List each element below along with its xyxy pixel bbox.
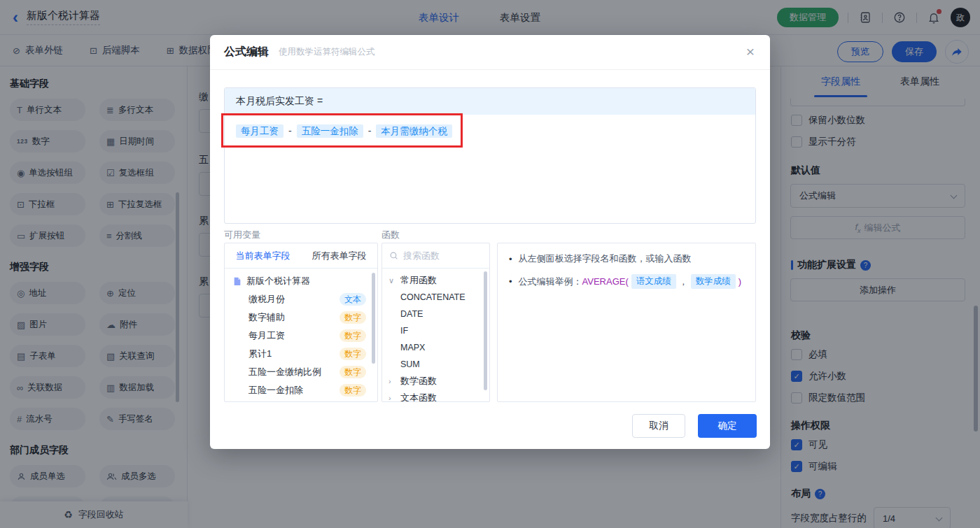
function-group-label: 数学函数 <box>400 375 437 387</box>
field-type-badge: 文本 <box>340 293 366 306</box>
confirm-button[interactable]: 确定 <box>698 414 757 438</box>
variable-field-row[interactable]: 五险一金缴纳比例数字 <box>225 363 377 381</box>
hint-function-close: ) <box>738 276 741 287</box>
variable-field-name: 每月工资 <box>248 329 285 342</box>
field-type-badge: 数字 <box>340 311 366 324</box>
variables-scrollbar[interactable] <box>372 273 375 364</box>
chevron-down-icon: ∨ <box>388 276 396 285</box>
search-icon <box>389 251 398 260</box>
formula-token-chip[interactable]: 本月需缴纳个税 <box>376 124 452 138</box>
formula-operator: - <box>288 125 292 136</box>
chevron-right-icon: › <box>388 377 396 385</box>
variable-field-row[interactable]: 五险一金扣除数字 <box>225 381 377 399</box>
variable-field-name: 五险一金缴纳比例 <box>248 366 321 378</box>
hint-text: 从左侧面板选择字段名和函数，或输入函数 <box>519 252 692 265</box>
variables-root-label: 新版个税计算器 <box>246 275 310 287</box>
formula-target: 本月税后实发工资 = <box>225 88 755 115</box>
function-item[interactable]: DATE <box>382 306 489 322</box>
variable-field-name: 累计1 <box>248 348 272 360</box>
variables-label: 可用变量 <box>224 229 260 241</box>
formula-input-area[interactable]: 每月工资-五险一金扣除-本月需缴纳个税 <box>225 115 755 148</box>
field-type-badge: 数字 <box>340 329 366 342</box>
hint-line-1: • 从左侧面板选择字段名和函数，或输入函数 <box>509 252 744 265</box>
variables-tabs: 当前表单字段所有表单字段 <box>225 243 377 269</box>
field-type-badge: 数字 <box>340 384 366 397</box>
variable-field-row[interactable]: 缴税月份文本 <box>225 290 377 308</box>
bullet-icon: • <box>509 276 512 287</box>
field-type-badge: 数字 <box>340 366 366 378</box>
function-search <box>382 243 489 269</box>
hint-arg-chip: 数学成绩 <box>691 274 736 289</box>
variables-tab-1[interactable]: 所有表单字段 <box>301 243 377 268</box>
variable-field-row[interactable]: 每月工资数字 <box>225 327 377 345</box>
variable-field-name: 缴税月份 <box>248 293 285 306</box>
function-group-2[interactable]: ›文本函数 <box>382 390 489 402</box>
hint-arg-chip: 语文成绩 <box>631 274 676 289</box>
function-group-1[interactable]: ›数学函数 <box>382 373 489 390</box>
variables-tab-0[interactable]: 当前表单字段 <box>225 243 301 268</box>
variable-field-row[interactable]: 数字辅助数字 <box>225 308 377 327</box>
formula-operator: - <box>368 125 372 136</box>
formula-token-chip[interactable]: 五险一金扣除 <box>297 124 363 138</box>
function-item[interactable]: CONCATENATE <box>382 289 489 306</box>
function-item[interactable]: MAPX <box>382 339 489 356</box>
variable-field-name: 数字辅助 <box>248 311 285 324</box>
cancel-button[interactable]: 取消 <box>632 414 685 438</box>
formula-token-chip[interactable]: 每月工资 <box>236 124 284 138</box>
modal-header: 公式编辑 使用数学运算符编辑公式 <box>210 35 770 70</box>
variables-panel: 当前表单字段所有表单字段 新版个税计算器缴税月份文本数字辅助数字每月工资数字累计… <box>224 243 378 402</box>
variable-field-name: 五险一金扣除 <box>248 384 303 397</box>
modal-subtitle: 使用数学运算符编辑公式 <box>279 46 375 58</box>
function-group-label: 常用函数 <box>400 274 437 287</box>
close-icon[interactable]: × <box>746 44 755 59</box>
variable-field-row[interactable]: 累计1数字 <box>225 345 377 363</box>
hints-panel: • 从左侧面板选择字段名和函数，或输入函数 • 公式编辑举例： AVERAGE(… <box>497 243 756 402</box>
formula-editor-box: 本月税后实发工资 = 每月工资-五险一金扣除-本月需缴纳个税 <box>224 87 756 224</box>
field-type-badge: 数字 <box>340 348 366 360</box>
function-item[interactable]: IF <box>382 322 489 339</box>
functions-panel: ∨常用函数CONCATENATEDATEIFMAPXSUM›数学函数›文本函数 <box>382 243 490 402</box>
function-group-label: 文本函数 <box>400 392 437 402</box>
hint-comma: ， <box>679 276 688 288</box>
variables-root-row[interactable]: 新版个税计算器 <box>225 272 377 290</box>
app-root: ‹ 新版个税计算器 表单设计表单设置 数据管理 政 ⊘表单外链⊡后端脚本⊞数据权… <box>0 0 980 528</box>
modal-title: 公式编辑 <box>224 45 269 59</box>
file-icon <box>233 277 241 286</box>
hint-function-name: AVERAGE( <box>582 276 629 287</box>
function-group-0[interactable]: ∨常用函数 <box>382 272 489 289</box>
hint-example-prefix: 公式编辑举例： <box>519 276 582 288</box>
function-item[interactable]: SUM <box>382 356 489 373</box>
functions-scrollbar[interactable] <box>484 271 487 390</box>
functions-label: 函数 <box>382 229 400 241</box>
modal-footer: 取消 确定 <box>632 414 757 438</box>
formula-editor-modal: 公式编辑 使用数学运算符编辑公式 × 本月税后实发工资 = 每月工资-五险一金扣… <box>210 35 770 449</box>
hint-line-2: • 公式编辑举例： AVERAGE( 语文成绩 ， 数学成绩 ) <box>509 274 744 289</box>
function-search-input[interactable] <box>403 250 473 261</box>
chevron-right-icon: › <box>388 394 396 402</box>
bullet-icon: • <box>509 254 512 264</box>
